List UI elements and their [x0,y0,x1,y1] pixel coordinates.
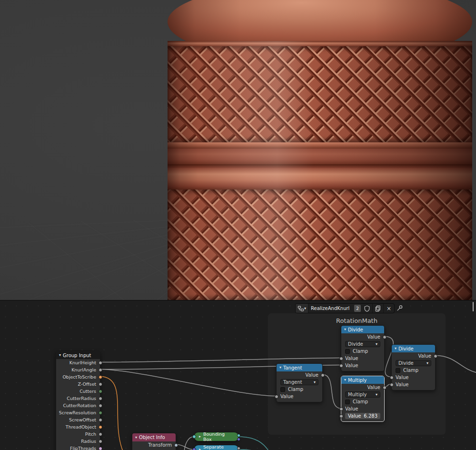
pin-icon [396,305,403,312]
operation-select[interactable]: Divide▾ [345,341,380,347]
node-header[interactable]: ▾ Object Info [132,433,176,441]
output-socket[interactable] [99,382,102,386]
clamp-checkbox[interactable] [396,368,400,373]
output-socket[interactable] [99,375,102,379]
node-group-name-input[interactable] [308,304,353,313]
node-group-input[interactable]: ▾ Group Input KnurlHeight KnurlAngle Obj… [56,351,100,450]
cap-rim [168,41,472,46]
output-row: Value [277,371,322,379]
output-row: FlipThreads [56,445,100,450]
node-header[interactable]: ▾ Tangent [277,364,322,371]
collapse-chevron-icon[interactable]: ▾ [344,328,346,331]
operation-select[interactable]: Divide▾ [396,360,431,366]
output-socket[interactable] [237,447,240,450]
clamp-checkbox[interactable] [345,349,350,354]
expand-chevron-icon[interactable]: ▸ [199,448,201,450]
output-socket[interactable] [99,411,102,415]
node-title: Multiply [348,378,367,383]
output-socket[interactable] [434,354,437,358]
node-math-divide-2[interactable]: ▾ Divide Value Divide▾ Clamp Value Value [391,344,436,390]
input-socket[interactable] [390,376,394,380]
input-socket[interactable] [339,407,343,411]
operation-row: Divide▾ [341,340,384,348]
collapse-chevron-icon[interactable]: ▾ [395,347,397,350]
output-socket[interactable] [99,425,102,429]
node-header[interactable]: ▾ Group Input [56,351,100,359]
node-math-tangent[interactable]: ▾ Tangent Value Tangent▾ Clamp Value [276,363,323,402]
spacer-groove [168,164,472,168]
collapse-chevron-icon[interactable]: ▾ [279,366,281,370]
output-row: KnurlAngle [56,366,100,373]
output-socket[interactable] [99,368,102,372]
output-socket[interactable] [99,390,102,393]
output-socket[interactable] [99,447,102,450]
node-title: Separate XYZ [203,444,234,450]
geometry-node-editor[interactable]: RotationMath [0,300,476,450]
clamp-checkbox[interactable] [280,387,285,392]
socket-label: Value [367,385,380,390]
unlink-node-group-button[interactable]: × [384,304,394,313]
shield-icon [364,305,370,312]
output-socket[interactable] [99,404,102,408]
output-socket[interactable] [174,443,178,447]
chevron-down-icon: ▾ [376,342,377,346]
operation-select[interactable]: Tangent▾ [280,379,318,385]
output-socket[interactable] [237,434,240,437]
users-count-badge[interactable]: 2 [354,305,361,312]
input-socket[interactable] [192,448,196,450]
expand-chevron-icon[interactable]: ▸ [199,435,201,439]
output-row: Radius [56,438,100,445]
socket-label: Radius [81,439,96,444]
input-socket[interactable] [192,435,196,439]
output-socket[interactable] [99,361,102,365]
node-header[interactable]: ▾ Divide [341,326,384,333]
node-title: Bounding Box [203,431,234,442]
pin-button[interactable] [396,304,403,312]
node-bounding-box[interactable]: ▸ Bounding Box [194,432,239,441]
node-header[interactable]: ▾ Multiply [341,376,384,384]
collapse-chevron-icon[interactable]: ▾ [135,436,137,440]
clamp-checkbox[interactable] [345,400,350,404]
output-socket[interactable] [99,397,102,400]
collapse-chevron-icon[interactable]: ▾ [344,378,346,382]
output-socket[interactable] [321,373,325,377]
knurled-cylinder-object[interactable] [0,0,476,300]
input-row: Value [392,381,435,388]
node-link-wire [176,445,194,450]
input-socket[interactable] [390,383,394,387]
output-socket[interactable] [99,432,102,436]
node-object-info[interactable]: ▾ Object Info Transform [132,433,176,450]
fake-user-button[interactable] [362,304,373,313]
socket-label: Value [345,406,358,411]
input-socket[interactable] [339,364,343,368]
output-row: KnurlHeight [56,359,100,366]
input-row: Value [392,374,435,381]
scrollbar[interactable] [473,302,474,311]
output-socket[interactable] [383,335,387,339]
output-socket[interactable] [99,418,102,422]
node-link-wire [100,370,276,396]
browse-node-group-button[interactable]: ▾ [296,304,308,313]
socket-label: Value [418,353,431,359]
output-socket[interactable] [99,440,102,443]
node-link-wire-geometry [239,437,269,450]
value-field[interactable]: Value 6.283 [345,413,380,419]
input-socket[interactable] [339,414,343,418]
operation-select[interactable]: Multiply▾ [345,391,380,398]
viewport-3d[interactable] [0,0,476,300]
node-title: Divide [398,346,414,351]
duplicate-node-group-button[interactable] [373,304,384,313]
input-socket[interactable] [275,395,278,399]
output-socket[interactable] [383,386,387,390]
node-math-multiply[interactable]: ▾ Multiply Value Multiply▾ Clamp Value V… [341,376,385,422]
collapse-chevron-icon[interactable]: ▾ [59,353,61,357]
node-separate-xyz[interactable]: ▸ Separate XYZ [194,445,239,450]
output-socket[interactable] [237,438,240,441]
node-header[interactable]: ▾ Divide [392,345,435,352]
value-field-number: 6.283 [364,413,377,419]
socket-label: ScrewOffset [69,417,96,422]
input-socket[interactable] [339,357,343,360]
duplicate-icon [375,305,381,312]
operation-row: Divide▾ [392,360,435,367]
node-math-divide-1[interactable]: ▾ Divide Value Divide▾ Clamp Value Value [341,325,385,371]
